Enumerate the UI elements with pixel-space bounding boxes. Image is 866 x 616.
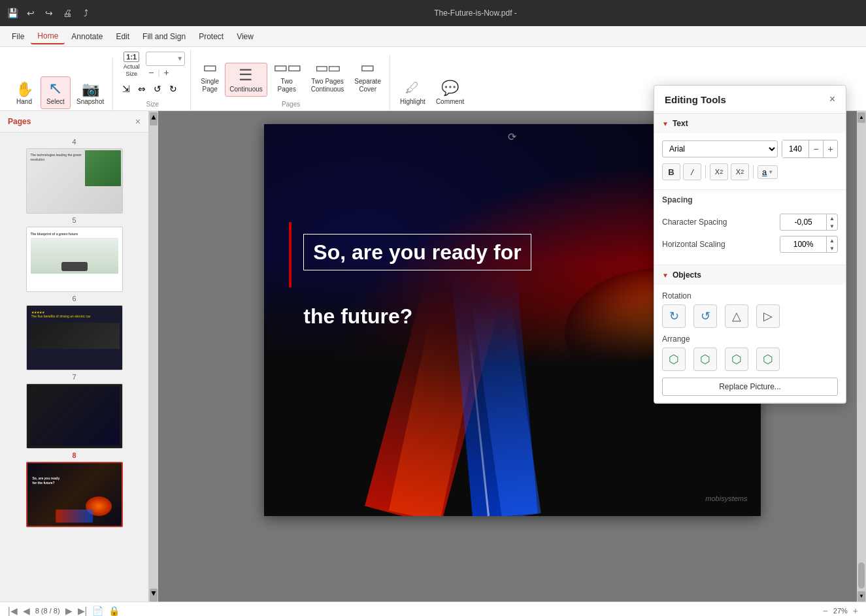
fit-width-button[interactable]: ⇔ xyxy=(135,82,148,95)
italic-button[interactable]: / xyxy=(683,163,701,180)
font-size-input[interactable] xyxy=(782,140,808,157)
print-icon[interactable]: 🖨 xyxy=(61,7,73,19)
separate-cover-button[interactable]: ▭ SeparateCover xyxy=(350,55,386,97)
horiz-scaling-control[interactable]: ▲ ▼ xyxy=(780,236,838,253)
fit-page-button[interactable]: ⇲ xyxy=(120,82,133,95)
highlight-icon: 🖊 xyxy=(405,80,420,97)
right-scroll-thumb[interactable] xyxy=(858,562,865,589)
zoom-in-status-button[interactable]: + xyxy=(853,606,858,616)
left-scroll-down[interactable]: ▼ xyxy=(150,589,158,602)
horiz-scaling-down[interactable]: ▼ xyxy=(827,244,837,252)
arrange-btn-3[interactable]: ⬡ xyxy=(725,348,748,371)
replace-picture-button[interactable]: Replace Picture... xyxy=(662,378,838,396)
horiz-scaling-up[interactable]: ▲ xyxy=(827,236,837,244)
arrange-btn-2[interactable]: ⬡ xyxy=(693,348,717,371)
undo-small-button[interactable]: ↺ xyxy=(151,82,164,95)
char-spacing-input[interactable] xyxy=(780,218,826,227)
annotate-buttons: 🖊 Highlight 💬 Comment xyxy=(395,76,469,109)
page-thumb-7[interactable] xyxy=(26,383,123,449)
lock-icon[interactable]: 🔒 xyxy=(108,606,120,616)
nav-first-button[interactable]: |◀ xyxy=(8,606,18,616)
et-close-button[interactable]: × xyxy=(829,93,835,105)
flip-horizontal-button[interactable]: △ xyxy=(725,304,748,328)
arrange-label: Arrange xyxy=(662,334,838,344)
fmt-separator-2 xyxy=(753,165,754,178)
comment-button[interactable]: 💬 Comment xyxy=(431,76,469,109)
zoom-out-status-button[interactable]: − xyxy=(823,606,828,616)
zoom-dropdown-arrow[interactable]: ▼ xyxy=(175,55,184,62)
redo-small-button[interactable]: ↻ xyxy=(167,82,180,95)
zoom-control[interactable]: 33% ▼ xyxy=(146,52,185,66)
continuous-button[interactable]: ☰ Continuous xyxy=(225,63,267,97)
redo-icon[interactable]: ↪ xyxy=(43,7,55,19)
menu-view[interactable]: View xyxy=(230,29,260,44)
page-thumb-6[interactable]: ★★★★★The five benefits of driving an ele… xyxy=(26,305,123,370)
char-spacing-up[interactable]: ▲ xyxy=(827,214,837,222)
subscript-button[interactable]: X2 xyxy=(710,163,728,180)
two-pages-button[interactable]: ▭▭ TwoPages xyxy=(269,55,305,97)
nav-prev-button[interactable]: ◀ xyxy=(23,606,30,616)
rotate-ccw-button[interactable]: ↺ xyxy=(693,304,717,328)
save-icon[interactable]: 💾 xyxy=(7,7,18,19)
nav-last-button[interactable]: ▶| xyxy=(78,606,88,616)
menu-protect[interactable]: Protect xyxy=(192,29,230,44)
font-size-up-button[interactable]: + xyxy=(823,140,837,157)
snapshot-button[interactable]: 📷 Snapshot xyxy=(72,79,108,109)
char-spacing-control[interactable]: ▲ ▼ xyxy=(780,214,838,231)
two-pages-continuous-label: Two PagesContinuous xyxy=(311,78,344,93)
select-label: Select xyxy=(46,98,65,106)
two-pages-continuous-button[interactable]: ▭▭ Two PagesContinuous xyxy=(307,56,349,97)
hand-icon: ✋ xyxy=(16,82,33,97)
menu-edit[interactable]: Edit xyxy=(109,29,136,44)
highlight-button[interactable]: 🖊 Highlight xyxy=(395,76,430,109)
page-num-4: 4 xyxy=(72,138,76,146)
zoom-in-button[interactable]: + xyxy=(161,67,172,78)
page-thumb-wrapper-5: 5 The blueprint of a green future xyxy=(5,216,143,292)
rotate-ccw-icon: ↺ xyxy=(701,309,710,323)
rotate-cw-button[interactable]: ↻ xyxy=(662,304,686,328)
pdf-text-box[interactable]: So, are you ready for xyxy=(303,234,531,270)
undo-icon[interactable]: ↩ xyxy=(25,7,37,19)
flip-vertical-button[interactable]: ▷ xyxy=(756,304,780,328)
page-thumb-5[interactable]: The blueprint of a green future xyxy=(26,227,123,292)
two-pages-continuous-icon: ▭▭ xyxy=(315,59,340,76)
doc-icon[interactable]: 📄 xyxy=(92,606,103,616)
page-thumb-4[interactable]: The technologies leading the green revol… xyxy=(26,148,123,214)
arrange-buttons: ⬡ ⬡ ⬡ ⬡ xyxy=(662,348,838,371)
arrange-btn-1[interactable]: ⬡ xyxy=(662,348,686,371)
menu-annotate[interactable]: Annotate xyxy=(65,29,109,44)
sidebar-close-button[interactable]: × xyxy=(135,116,141,127)
arrange-btn-4[interactable]: ⬡ xyxy=(756,348,780,371)
underline-button[interactable]: a ▼ xyxy=(758,165,778,179)
menu-file[interactable]: File xyxy=(5,29,31,44)
right-scroll-down[interactable]: ▼ xyxy=(858,591,865,602)
hand-button[interactable]: ✋ Hand xyxy=(9,79,39,109)
font-size-down-button[interactable]: − xyxy=(808,140,823,157)
select-button[interactable]: ↖ Select xyxy=(41,76,71,109)
char-spacing-down[interactable]: ▼ xyxy=(827,222,837,230)
menu-home[interactable]: Home xyxy=(31,29,65,44)
superscript-button[interactable]: X2 xyxy=(731,163,749,180)
horiz-scaling-input[interactable] xyxy=(780,240,826,249)
share-icon[interactable]: ⤴ xyxy=(80,7,92,19)
sidebar-pages: 4 The technologies leading the green rev… xyxy=(0,133,148,602)
pdf-rotate-handle[interactable]: ⟳ xyxy=(506,131,519,144)
right-scroll-up[interactable]: ▲ xyxy=(858,112,865,123)
et-text-header[interactable]: ▼ Text xyxy=(654,114,846,133)
zoom-out-button[interactable]: − xyxy=(146,67,156,78)
actual-size-button[interactable]: 1:1 ActualSize xyxy=(120,50,143,80)
left-scroll-up[interactable]: ▲ xyxy=(150,112,158,125)
zoom-input[interactable]: 33% xyxy=(146,55,175,63)
separate-cover-icon: ▭ xyxy=(360,58,375,76)
thumb-car-5 xyxy=(31,238,118,274)
page-thumb-8[interactable]: So, are you readyfor the future? xyxy=(26,462,123,527)
et-objects-header[interactable]: ▼ Objects xyxy=(654,265,846,285)
bold-button[interactable]: B xyxy=(662,163,680,180)
menu-fill-sign[interactable]: Fill and Sign xyxy=(136,29,192,44)
single-page-button[interactable]: ▭ SinglePage xyxy=(196,55,224,97)
continuous-icon: ☰ xyxy=(239,66,253,84)
font-select[interactable]: Arial xyxy=(662,140,778,157)
title-bar: 💾 ↩ ↪ 🖨 ⤴ The-Future-is-Now.pdf - xyxy=(0,0,866,26)
nav-next-button[interactable]: ▶ xyxy=(65,606,73,616)
thumb-content-8: So, are you readyfor the future? xyxy=(27,463,122,526)
